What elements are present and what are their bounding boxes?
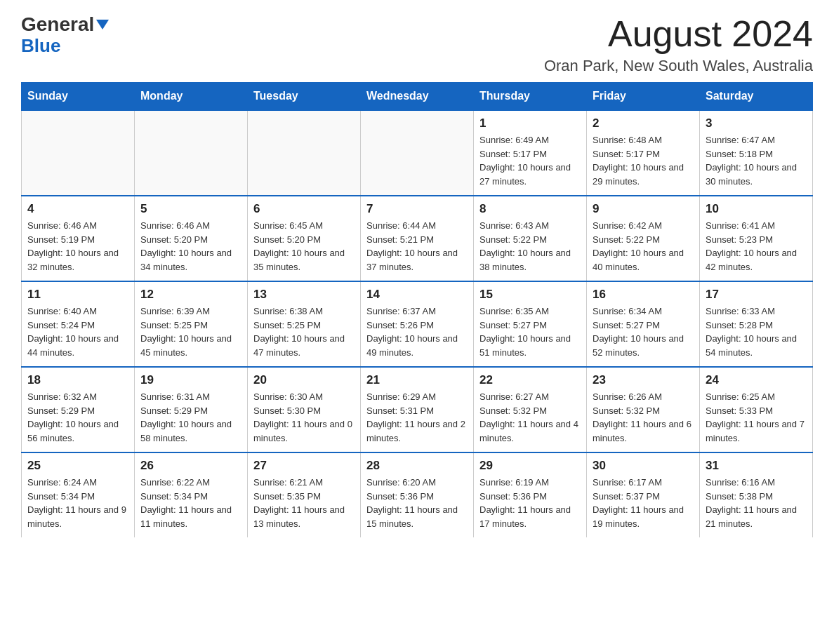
calendar-day-header-thursday: Thursday bbox=[474, 83, 587, 111]
day-number: 2 bbox=[593, 116, 694, 130]
day-info: Sunrise: 6:27 AMSunset: 5:32 PMDaylight:… bbox=[479, 390, 581, 445]
calendar-cell: 4Sunrise: 6:46 AMSunset: 5:19 PMDaylight… bbox=[22, 196, 135, 281]
calendar-cell: 15Sunrise: 6:35 AMSunset: 5:27 PMDayligh… bbox=[474, 281, 587, 367]
calendar-cell: 14Sunrise: 6:37 AMSunset: 5:26 PMDayligh… bbox=[361, 281, 474, 367]
calendar-day-header-friday: Friday bbox=[587, 83, 700, 111]
calendar-cell bbox=[135, 110, 248, 196]
calendar-day-header-tuesday: Tuesday bbox=[248, 83, 361, 111]
day-number: 22 bbox=[479, 373, 581, 387]
title-area: August 2024 Oran Park, New South Wales, … bbox=[544, 14, 813, 75]
day-info: Sunrise: 6:46 AMSunset: 5:19 PMDaylight:… bbox=[27, 219, 128, 274]
day-number: 29 bbox=[479, 459, 581, 473]
calendar-day-header-saturday: Saturday bbox=[700, 83, 813, 111]
logo-triangle-icon bbox=[96, 20, 109, 29]
header: General Blue August 2024 Oran Park, New … bbox=[21, 14, 813, 75]
day-info: Sunrise: 6:43 AMSunset: 5:22 PMDaylight:… bbox=[479, 219, 581, 274]
day-info: Sunrise: 6:16 AMSunset: 5:38 PMDaylight:… bbox=[706, 476, 807, 530]
day-info: Sunrise: 6:31 AMSunset: 5:29 PMDaylight:… bbox=[140, 390, 241, 445]
logo-blue-text: Blue bbox=[21, 36, 60, 56]
day-number: 16 bbox=[593, 288, 694, 302]
day-info: Sunrise: 6:22 AMSunset: 5:34 PMDaylight:… bbox=[140, 476, 241, 530]
day-number: 9 bbox=[593, 202, 694, 216]
calendar-cell: 5Sunrise: 6:46 AMSunset: 5:20 PMDaylight… bbox=[135, 196, 248, 281]
calendar-cell: 1Sunrise: 6:49 AMSunset: 5:17 PMDaylight… bbox=[474, 110, 587, 196]
day-number: 27 bbox=[253, 459, 355, 473]
day-number: 30 bbox=[593, 459, 694, 473]
calendar-cell: 31Sunrise: 6:16 AMSunset: 5:38 PMDayligh… bbox=[700, 452, 813, 537]
day-info: Sunrise: 6:19 AMSunset: 5:36 PMDaylight:… bbox=[479, 476, 581, 530]
calendar-week-row: 25Sunrise: 6:24 AMSunset: 5:34 PMDayligh… bbox=[22, 452, 813, 537]
calendar-day-header-wednesday: Wednesday bbox=[361, 83, 474, 111]
day-number: 3 bbox=[706, 116, 807, 130]
day-number: 26 bbox=[140, 459, 241, 473]
calendar-cell: 24Sunrise: 6:25 AMSunset: 5:33 PMDayligh… bbox=[700, 367, 813, 452]
logo: General Blue bbox=[21, 14, 109, 55]
day-number: 11 bbox=[27, 288, 128, 302]
calendar-cell: 7Sunrise: 6:44 AMSunset: 5:21 PMDaylight… bbox=[361, 196, 474, 281]
day-info: Sunrise: 6:26 AMSunset: 5:32 PMDaylight:… bbox=[593, 390, 694, 445]
day-number: 10 bbox=[706, 202, 807, 216]
day-number: 5 bbox=[140, 202, 241, 216]
day-number: 1 bbox=[479, 116, 581, 130]
day-info: Sunrise: 6:30 AMSunset: 5:30 PMDaylight:… bbox=[253, 390, 355, 445]
day-number: 15 bbox=[479, 288, 581, 302]
day-info: Sunrise: 6:35 AMSunset: 5:27 PMDaylight:… bbox=[479, 304, 581, 359]
day-number: 25 bbox=[27, 459, 128, 473]
day-number: 24 bbox=[706, 373, 807, 387]
day-number: 14 bbox=[366, 288, 468, 302]
calendar-header-row: SundayMondayTuesdayWednesdayThursdayFrid… bbox=[22, 83, 813, 111]
month-title: August 2024 bbox=[544, 14, 813, 54]
calendar-cell: 25Sunrise: 6:24 AMSunset: 5:34 PMDayligh… bbox=[22, 452, 135, 537]
calendar-cell: 8Sunrise: 6:43 AMSunset: 5:22 PMDaylight… bbox=[474, 196, 587, 281]
day-info: Sunrise: 6:48 AMSunset: 5:17 PMDaylight:… bbox=[593, 133, 694, 188]
calendar-cell: 10Sunrise: 6:41 AMSunset: 5:23 PMDayligh… bbox=[700, 196, 813, 281]
calendar-week-row: 18Sunrise: 6:32 AMSunset: 5:29 PMDayligh… bbox=[22, 367, 813, 452]
day-info: Sunrise: 6:17 AMSunset: 5:37 PMDaylight:… bbox=[593, 476, 694, 530]
day-number: 6 bbox=[253, 202, 355, 216]
calendar-day-header-sunday: Sunday bbox=[22, 83, 135, 111]
day-number: 28 bbox=[366, 459, 468, 473]
calendar-table: SundayMondayTuesdayWednesdayThursdayFrid… bbox=[21, 82, 813, 537]
calendar-cell: 28Sunrise: 6:20 AMSunset: 5:36 PMDayligh… bbox=[361, 452, 474, 537]
day-info: Sunrise: 6:32 AMSunset: 5:29 PMDaylight:… bbox=[27, 390, 128, 445]
day-number: 17 bbox=[706, 288, 807, 302]
day-info: Sunrise: 6:24 AMSunset: 5:34 PMDaylight:… bbox=[27, 476, 128, 530]
day-number: 4 bbox=[27, 202, 128, 216]
calendar-cell: 9Sunrise: 6:42 AMSunset: 5:22 PMDaylight… bbox=[587, 196, 700, 281]
day-info: Sunrise: 6:29 AMSunset: 5:31 PMDaylight:… bbox=[366, 390, 468, 445]
day-info: Sunrise: 6:34 AMSunset: 5:27 PMDaylight:… bbox=[593, 304, 694, 359]
calendar-cell: 29Sunrise: 6:19 AMSunset: 5:36 PMDayligh… bbox=[474, 452, 587, 537]
calendar-cell: 22Sunrise: 6:27 AMSunset: 5:32 PMDayligh… bbox=[474, 367, 587, 452]
calendar-cell: 26Sunrise: 6:22 AMSunset: 5:34 PMDayligh… bbox=[135, 452, 248, 537]
day-info: Sunrise: 6:45 AMSunset: 5:20 PMDaylight:… bbox=[253, 219, 355, 274]
day-number: 7 bbox=[366, 202, 468, 216]
day-number: 21 bbox=[366, 373, 468, 387]
day-info: Sunrise: 6:44 AMSunset: 5:21 PMDaylight:… bbox=[366, 219, 468, 274]
calendar-cell: 13Sunrise: 6:38 AMSunset: 5:25 PMDayligh… bbox=[248, 281, 361, 367]
calendar-cell: 18Sunrise: 6:32 AMSunset: 5:29 PMDayligh… bbox=[22, 367, 135, 452]
day-info: Sunrise: 6:40 AMSunset: 5:24 PMDaylight:… bbox=[27, 304, 128, 359]
day-info: Sunrise: 6:46 AMSunset: 5:20 PMDaylight:… bbox=[140, 219, 241, 274]
calendar-week-row: 1Sunrise: 6:49 AMSunset: 5:17 PMDaylight… bbox=[22, 110, 813, 196]
calendar-cell: 20Sunrise: 6:30 AMSunset: 5:30 PMDayligh… bbox=[248, 367, 361, 452]
day-number: 12 bbox=[140, 288, 241, 302]
day-info: Sunrise: 6:47 AMSunset: 5:18 PMDaylight:… bbox=[706, 133, 807, 188]
calendar-cell: 6Sunrise: 6:45 AMSunset: 5:20 PMDaylight… bbox=[248, 196, 361, 281]
day-number: 18 bbox=[27, 373, 128, 387]
calendar-cell: 23Sunrise: 6:26 AMSunset: 5:32 PMDayligh… bbox=[587, 367, 700, 452]
day-info: Sunrise: 6:37 AMSunset: 5:26 PMDaylight:… bbox=[366, 304, 468, 359]
calendar-cell: 21Sunrise: 6:29 AMSunset: 5:31 PMDayligh… bbox=[361, 367, 474, 452]
calendar-cell: 16Sunrise: 6:34 AMSunset: 5:27 PMDayligh… bbox=[587, 281, 700, 367]
calendar-week-row: 11Sunrise: 6:40 AMSunset: 5:24 PMDayligh… bbox=[22, 281, 813, 367]
day-info: Sunrise: 6:41 AMSunset: 5:23 PMDaylight:… bbox=[706, 219, 807, 274]
location-title: Oran Park, New South Wales, Australia bbox=[544, 57, 813, 75]
day-info: Sunrise: 6:21 AMSunset: 5:35 PMDaylight:… bbox=[253, 476, 355, 530]
day-number: 8 bbox=[479, 202, 581, 216]
calendar-cell: 17Sunrise: 6:33 AMSunset: 5:28 PMDayligh… bbox=[700, 281, 813, 367]
calendar-day-header-monday: Monday bbox=[135, 83, 248, 111]
calendar-cell bbox=[248, 110, 361, 196]
calendar-cell: 27Sunrise: 6:21 AMSunset: 5:35 PMDayligh… bbox=[248, 452, 361, 537]
day-number: 31 bbox=[706, 459, 807, 473]
calendar-cell: 19Sunrise: 6:31 AMSunset: 5:29 PMDayligh… bbox=[135, 367, 248, 452]
day-info: Sunrise: 6:33 AMSunset: 5:28 PMDaylight:… bbox=[706, 304, 807, 359]
